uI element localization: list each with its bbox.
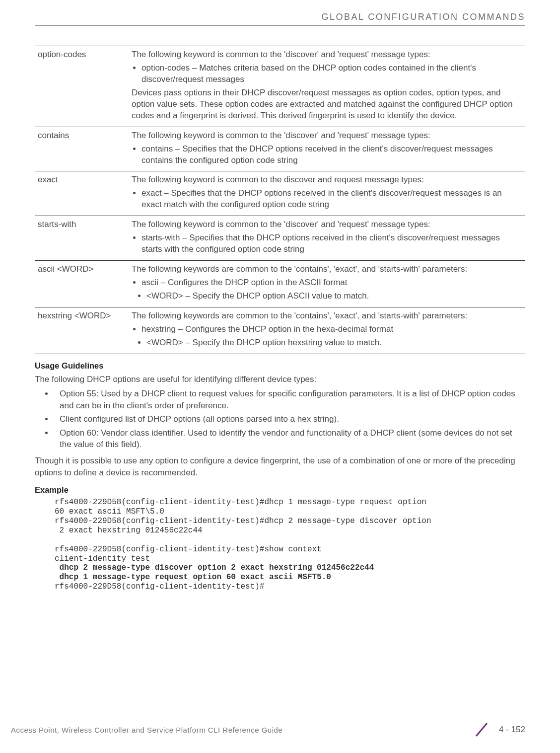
table-desc: The following keywords are common to the… [129,307,525,354]
table-desc: The following keyword is common to the '… [129,127,525,171]
footer-slash-icon [473,721,490,738]
example-heading: Example [35,485,525,495]
table-row: containsThe following keyword is common … [35,127,525,171]
table-desc: The following keywords are common to the… [129,261,525,307]
desc-intro: The following keyword is common to the '… [132,130,521,142]
code-line: rfs4000-229D58(config-client-identity-te… [55,545,322,554]
usage-heading: Usage Guidelines [35,361,525,371]
usage-item: Client configured list of DHCP options (… [54,413,525,425]
desc-bullet: option-codes – Matches criteria based on… [141,63,521,85]
code-line: 2 exact hexstring 012456c22c44 [55,526,203,535]
table-key: hexstring <WORD> [35,307,129,354]
table-key: option-codes [35,46,129,127]
desc-intro: The following keyword is common to the '… [132,219,521,230]
table-row: starts-withThe following keyword is comm… [35,216,525,261]
table-desc: The following keyword is common to the d… [129,171,525,216]
desc-bullet: contains – Specifies that the DHCP optio… [141,144,521,166]
table-key: contains [35,127,129,171]
svg-line-0 [476,723,487,736]
command-table: option-codesThe following keyword is com… [35,46,525,354]
desc-bullet: hexstring – Configures the DHCP option i… [141,324,521,335]
usage-item: Option 55: Used by a DHCP client to requ… [54,388,525,411]
code-line: client-identity test [55,554,150,563]
code-line: 60 exact ascii MSFT\5.0 [55,507,164,516]
usage-list: Option 55: Used by a DHCP client to requ… [54,388,525,450]
table-row: hexstring <WORD>The following keywords a… [35,307,525,354]
usage-intro: The following DHCP options are useful fo… [35,374,525,385]
page-header-title: GLOBAL CONFIGURATION COMMANDS [35,12,525,22]
table-key: starts-with [35,216,129,261]
footer-rule [11,717,525,717]
desc-tail: Devices pass options in their DHCP disco… [132,87,521,122]
desc-bullet: exact – Specifies that the DHCP options … [141,188,521,211]
code-line: dhcp 1 message-type request option 60 ex… [55,573,331,582]
desc-subbullet: <WORD> – Specify the DHCP option ASCII v… [146,291,521,302]
desc-bullet: ascii – Configures the DHCP option in th… [141,277,521,289]
desc-bullet: starts-with – Specifies that the DHCP op… [141,232,521,255]
desc-subbullet: <WORD> – Specify the DHCP option hexstri… [146,337,521,349]
header-rule [35,25,525,26]
page-footer: Access Point, Wireless Controller and Se… [0,717,560,738]
code-line: dhcp 2 message-type discover option 2 ex… [55,563,374,572]
desc-intro: The following keywords are common to the… [132,264,521,275]
desc-intro: The following keywords are common to the… [132,310,521,322]
code-line: rfs4000-229D58(config-client-identity-te… [55,582,264,591]
usage-tail: Though it is possible to use any option … [35,455,525,478]
table-row: option-codesThe following keyword is com… [35,46,525,127]
footer-guide-title: Access Point, Wireless Controller and Se… [11,726,282,734]
desc-intro: The following keyword is common to the '… [132,49,521,61]
code-line: rfs4000-229D58(config-client-identity-te… [55,517,431,526]
table-row: exactThe following keyword is common to … [35,171,525,216]
code-line: rfs4000-229D58(config-client-identity-te… [55,498,426,507]
table-row: ascii <WORD>The following keywords are c… [35,261,525,307]
table-desc: The following keyword is common to the '… [129,46,525,127]
example-code: rfs4000-229D58(config-client-identity-te… [55,498,525,592]
table-key: exact [35,171,129,216]
table-desc: The following keyword is common to the '… [129,216,525,261]
desc-intro: The following keyword is common to the d… [132,174,521,186]
footer-page-number: 4 - 152 [499,725,525,735]
table-key: ascii <WORD> [35,261,129,307]
usage-item: Option 60: Vendor class identifier. Used… [54,427,525,451]
